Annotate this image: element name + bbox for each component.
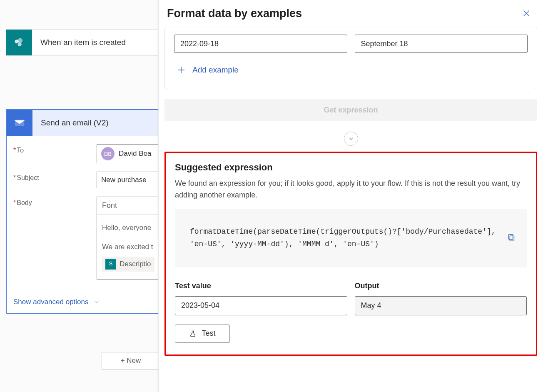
suggested-expression-card: Suggested expression We found an express…	[164, 152, 537, 356]
add-example-button[interactable]: Add example	[174, 62, 240, 78]
svg-point-1	[18, 38, 23, 43]
section-divider	[164, 130, 537, 147]
test-value-input[interactable]: 2023-05-04	[175, 296, 347, 315]
chevron-down-icon	[348, 135, 354, 142]
outlook-icon	[7, 110, 32, 136]
suggested-heading: Suggested expression	[175, 162, 527, 173]
get-expression-button[interactable]: Get expression	[164, 99, 537, 121]
expression-text: formatDateTime(parseDateTime(triggerOutp…	[190, 227, 496, 249]
example-output[interactable]: September 18	[355, 35, 528, 53]
test-value-label: Test value	[175, 282, 347, 290]
test-button[interactable]: Test	[175, 325, 230, 343]
body-label: *Body	[13, 197, 97, 207]
sharepoint-icon: S	[105, 259, 116, 270]
example-row: 2022-09-18 September 18	[174, 35, 528, 53]
examples-card: 2022-09-18 September 18 Add example	[164, 27, 537, 89]
svg-point-2	[18, 42, 22, 46]
example-input[interactable]: 2022-09-18	[174, 35, 347, 53]
panel-title: Format data by examples	[167, 7, 302, 20]
flask-icon	[189, 330, 197, 338]
avatar: DB	[101, 147, 115, 160]
output-value: May 4	[355, 296, 527, 315]
recipient-name: David Bea	[119, 150, 151, 158]
trigger-title: When an item is created	[32, 38, 126, 47]
expression-box: formatDateTime(parseDateTime(triggerOutp…	[175, 209, 527, 267]
action-title: Send an email (V2)	[32, 118, 109, 127]
to-label: *To	[13, 144, 97, 154]
svg-rect-5	[509, 235, 513, 240]
copy-icon	[507, 233, 516, 242]
subject-label: *Subject	[13, 172, 97, 182]
svg-rect-4	[510, 236, 514, 241]
dynamic-token[interactable]: S Descriptio	[102, 257, 154, 272]
close-button[interactable]	[521, 8, 531, 18]
copy-button[interactable]	[507, 233, 517, 243]
chevron-down-icon	[93, 298, 100, 306]
expand-toggle[interactable]	[344, 132, 358, 146]
new-step-button[interactable]: + New	[102, 352, 160, 370]
plus-icon	[176, 65, 187, 75]
suggested-description: We found an expression for you; if it lo…	[175, 178, 527, 201]
output-label: Output	[355, 282, 527, 290]
close-icon	[522, 9, 531, 18]
format-data-panel: Format data by examples 2022-09-18 Septe…	[158, 0, 543, 392]
recipient-chip[interactable]: DB David Bea	[101, 147, 151, 160]
sharepoint-icon	[6, 30, 32, 55]
